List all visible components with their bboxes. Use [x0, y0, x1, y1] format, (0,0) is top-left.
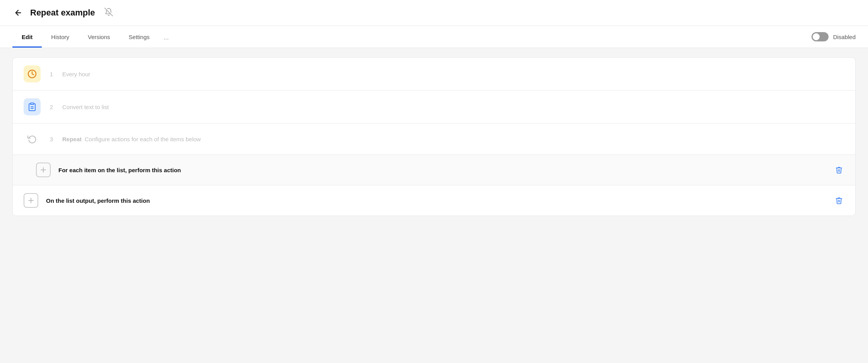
step-1-icon	[24, 65, 41, 82]
workflow-card: 1 Every hour 2 Convert text to list	[12, 57, 856, 216]
add-nested-action-2-button[interactable]	[24, 193, 38, 208]
tab-history[interactable]: History	[42, 26, 79, 48]
step-1-text: Every hour	[62, 71, 844, 77]
notification-bell-icon[interactable]	[104, 8, 113, 18]
tab-edit[interactable]: Edit	[12, 26, 42, 48]
step-3-icon	[24, 130, 41, 147]
back-button[interactable]	[12, 7, 24, 19]
page-header: Repeat example	[0, 0, 868, 26]
step-2-icon	[24, 98, 41, 115]
step-row-1: 1 Every hour	[13, 58, 855, 91]
enable-toggle-area: Disabled	[812, 32, 856, 41]
step-2-text: Convert text to list	[62, 104, 844, 110]
delete-nested-action-2-button[interactable]	[834, 195, 844, 206]
step-row-2: 2 Convert text to list	[13, 91, 855, 123]
page-title: Repeat example	[30, 8, 95, 18]
step-1-number: 1	[48, 71, 55, 77]
step-3-number: 3	[48, 136, 55, 142]
nested-action-2: On the list output, perform this action	[13, 185, 855, 216]
toggle-label: Disabled	[833, 34, 856, 40]
tab-more-button[interactable]: ...	[159, 26, 173, 47]
nested-action-2-text: On the list output, perform this action	[46, 197, 826, 204]
step-3-text: RepeatConfigure actions for each of the …	[62, 136, 844, 142]
step-3-label: Repeat	[62, 136, 82, 142]
svg-rect-2	[31, 103, 34, 104]
tabs-bar: Edit History Versions Settings ... Disab…	[0, 26, 868, 48]
svg-line-0	[104, 8, 112, 15]
step-row-3: 3 RepeatConfigure actions for each of th…	[13, 123, 855, 155]
add-nested-action-1-button[interactable]	[36, 163, 51, 177]
enable-toggle[interactable]	[812, 32, 829, 41]
main-content: 1 Every hour 2 Convert text to list	[0, 48, 868, 225]
delete-nested-action-1-button[interactable]	[834, 164, 844, 175]
nested-action-1: For each item on the list, perform this …	[13, 155, 855, 185]
nested-action-1-text: For each item on the list, perform this …	[58, 167, 826, 173]
tab-versions[interactable]: Versions	[79, 26, 120, 48]
tab-list: Edit History Versions Settings ...	[12, 26, 173, 48]
tab-settings[interactable]: Settings	[120, 26, 159, 48]
step-2-number: 2	[48, 104, 55, 110]
